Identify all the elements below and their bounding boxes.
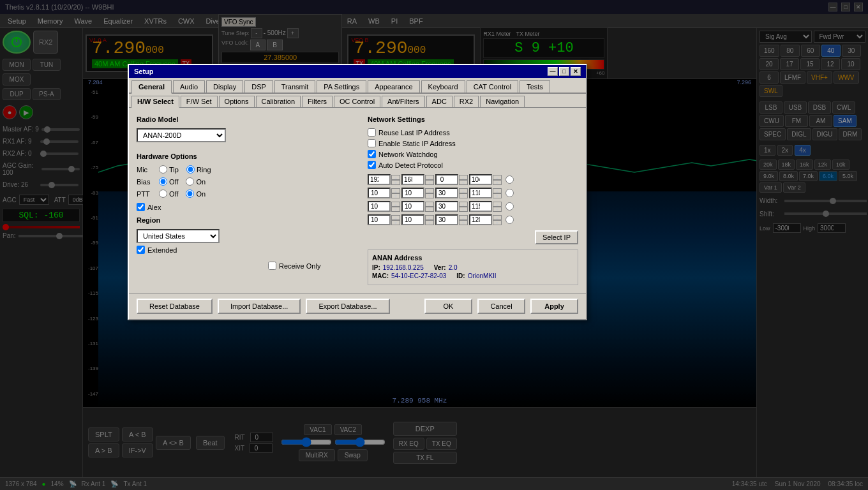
subtab-calibration[interactable]: Calibration xyxy=(256,96,301,107)
receive-only-checkbox[interactable] xyxy=(268,262,276,270)
bias-on-label[interactable]: On xyxy=(186,177,206,186)
ip3-b-down[interactable]: ▼ xyxy=(425,207,434,212)
ip3-b[interactable] xyxy=(401,201,424,212)
reuse-ip-label[interactable]: Reuse Last IP Address xyxy=(378,129,450,137)
ip1-b[interactable] xyxy=(401,174,424,185)
tab-pa-settings[interactable]: PA Settings xyxy=(317,80,366,93)
ip3-c[interactable] xyxy=(435,201,458,212)
alex-label[interactable]: Alex xyxy=(147,204,161,211)
subtab-fw-set[interactable]: F/W Set xyxy=(181,96,218,107)
region-select[interactable]: United States Europe Japan xyxy=(137,229,220,243)
ip1-b-down[interactable]: ▼ xyxy=(425,180,434,185)
mic-ring-label[interactable]: Ring xyxy=(186,165,211,174)
mic-tip-radio[interactable] xyxy=(159,165,167,174)
dialog-maximize-btn[interactable]: □ xyxy=(559,67,569,76)
mic-ring-radio[interactable] xyxy=(186,165,195,174)
ip4-c-down[interactable]: ▼ xyxy=(459,220,468,225)
tab-general[interactable]: General xyxy=(131,80,172,94)
ip1-a-down[interactable]: ▼ xyxy=(391,180,400,185)
tab-cat-control[interactable]: CAT Control xyxy=(467,80,519,93)
ip2-radio[interactable] xyxy=(505,189,514,197)
ok-button[interactable]: OK xyxy=(424,299,472,314)
ip2-b-down[interactable]: ▼ xyxy=(425,193,434,198)
radio-model-select[interactable]: ANAN-200D ANAN-100D ANAN-7000DLE xyxy=(137,128,226,142)
ip4-a-up[interactable]: ▲ xyxy=(391,215,400,220)
ip1-d-up[interactable]: ▲ xyxy=(493,175,502,180)
ip1-a-up[interactable]: ▲ xyxy=(391,175,400,180)
ip3-a[interactable] xyxy=(368,201,391,212)
ptt-off-radio[interactable] xyxy=(159,189,167,198)
ip2-c[interactable] xyxy=(435,188,458,198)
subtab-navigation[interactable]: Navigation xyxy=(480,96,525,107)
tab-tests[interactable]: Tests xyxy=(520,80,550,93)
extended-label[interactable]: Extended xyxy=(147,246,177,254)
static-ip-checkbox[interactable] xyxy=(368,139,376,147)
ip2-a[interactable] xyxy=(368,188,391,198)
ip2-d[interactable] xyxy=(469,188,492,198)
ip3-d-down[interactable]: ▼ xyxy=(493,207,502,212)
subtab-oc-control[interactable]: OC Control xyxy=(334,96,380,107)
mic-tip-label[interactable]: Tip xyxy=(159,165,179,174)
ip2-a-down[interactable]: ▼ xyxy=(391,193,400,198)
cancel-button[interactable]: Cancel xyxy=(477,299,525,314)
subtab-hw-select[interactable]: H/W Select xyxy=(131,96,179,108)
ip1-radio[interactable] xyxy=(505,175,514,184)
ptt-off-label[interactable]: Off xyxy=(159,189,178,198)
select-ip-button[interactable]: Select IP xyxy=(535,230,578,244)
alex-checkbox[interactable] xyxy=(137,203,145,211)
ip1-c-up[interactable]: ▲ xyxy=(459,175,468,180)
tab-display[interactable]: Display xyxy=(206,80,243,93)
tab-audio[interactable]: Audio xyxy=(173,80,205,93)
reset-database-btn[interactable]: Reset Database xyxy=(137,299,213,314)
ip4-b-down[interactable]: ▼ xyxy=(425,220,434,225)
reuse-ip-checkbox[interactable] xyxy=(368,128,376,137)
ip2-b[interactable] xyxy=(401,188,424,198)
import-database-btn[interactable]: Import Database... xyxy=(218,299,301,314)
ip1-d-down[interactable]: ▼ xyxy=(493,180,502,185)
extended-checkbox[interactable] xyxy=(137,246,145,254)
ip2-c-up[interactable]: ▲ xyxy=(459,188,468,193)
subtab-filters[interactable]: Filters xyxy=(302,96,333,107)
ip3-b-up[interactable]: ▲ xyxy=(425,202,434,207)
ip4-c-up[interactable]: ▲ xyxy=(459,215,468,220)
receive-only-label[interactable]: Receive Only xyxy=(279,262,320,270)
ip3-a-down[interactable]: ▼ xyxy=(391,207,400,212)
ip3-d[interactable] xyxy=(469,201,492,212)
ptt-on-radio[interactable] xyxy=(186,189,194,198)
ptt-on-label[interactable]: On xyxy=(186,189,206,198)
dialog-minimize-btn[interactable]: — xyxy=(548,67,558,76)
ip1-d[interactable] xyxy=(469,174,492,185)
export-database-btn[interactable]: Export Database... xyxy=(306,299,389,314)
ip1-c-down[interactable]: ▼ xyxy=(459,180,468,185)
ip2-d-up[interactable]: ▲ xyxy=(493,188,502,193)
ip2-d-down[interactable]: ▼ xyxy=(493,193,502,198)
ip3-c-up[interactable]: ▲ xyxy=(459,202,468,207)
tab-dsp[interactable]: DSP xyxy=(244,80,273,93)
bias-off-label[interactable]: Off xyxy=(159,177,178,186)
ip4-b[interactable] xyxy=(401,214,424,225)
ip1-c[interactable] xyxy=(435,174,458,185)
subtab-options[interactable]: Options xyxy=(219,96,255,107)
dialog-close-btn[interactable]: ✕ xyxy=(571,67,581,76)
subtab-rx2[interactable]: RX2 xyxy=(454,96,479,107)
ip4-a[interactable] xyxy=(368,214,391,225)
ip4-d[interactable] xyxy=(469,214,492,225)
ip3-radio[interactable] xyxy=(505,202,514,211)
ip4-c[interactable] xyxy=(435,214,458,225)
bias-on-radio[interactable] xyxy=(186,177,194,186)
ip4-radio[interactable] xyxy=(505,216,514,224)
ip3-d-up[interactable]: ▲ xyxy=(493,202,502,207)
tab-transmit[interactable]: Transmit xyxy=(274,80,315,93)
static-ip-label[interactable]: Enable Static IP Address xyxy=(378,140,456,147)
subtab-ant-filters[interactable]: Ant/Filters xyxy=(382,96,425,107)
auto-detect-checkbox[interactable] xyxy=(368,161,376,169)
ip2-a-up[interactable]: ▲ xyxy=(391,188,400,193)
subtab-adc[interactable]: ADC xyxy=(426,96,453,107)
ip2-c-down[interactable]: ▼ xyxy=(459,193,468,198)
ip3-c-down[interactable]: ▼ xyxy=(459,207,468,212)
apply-button[interactable]: Apply xyxy=(530,299,578,314)
ip4-d-up[interactable]: ▲ xyxy=(493,215,502,220)
ip4-d-down[interactable]: ▼ xyxy=(493,220,502,225)
watchdog-checkbox[interactable] xyxy=(368,150,376,158)
ip4-b-up[interactable]: ▲ xyxy=(425,215,434,220)
